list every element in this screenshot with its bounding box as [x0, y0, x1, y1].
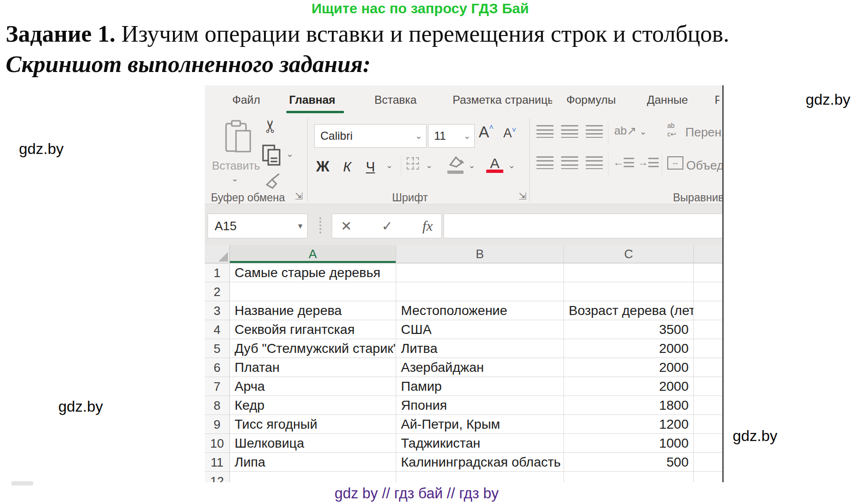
merge-center-label[interactable]: Объед [686, 158, 724, 173]
cell-c3[interactable]: Возраст дерева (лет) [564, 301, 694, 320]
cell-d11[interactable] [694, 453, 722, 472]
cell-a10[interactable]: Шелковица [230, 434, 396, 453]
cell-c7[interactable]: 2000 [564, 377, 694, 396]
bold-button[interactable]: Ж [316, 154, 329, 179]
tab-file[interactable]: Файл [232, 92, 270, 108]
cell-a6[interactable]: Платан [230, 358, 396, 377]
borders-button[interactable] [407, 157, 419, 171]
cell-a9[interactable]: Тисс ягодный [230, 415, 396, 434]
grow-font-button[interactable]: А˄ [479, 123, 493, 141]
merge-center-button[interactable]: ↔ [667, 156, 683, 170]
cell-d5[interactable] [694, 339, 722, 358]
column-header-b[interactable]: B [396, 245, 564, 263]
cell-a3[interactable]: Название дерева [230, 301, 396, 320]
font-color-chevron-down-icon[interactable]: ⌄ [508, 160, 515, 171]
row-header[interactable]: 3 [205, 301, 230, 320]
row-header[interactable]: 10 [205, 434, 230, 453]
format-painter-icon[interactable] [264, 172, 282, 192]
align-right-icon[interactable] [586, 156, 603, 171]
row-header[interactable]: 1 [205, 263, 230, 282]
cell-b12[interactable] [396, 472, 564, 482]
fill-chevron-down-icon[interactable]: ⌄ [468, 160, 475, 171]
tab-insert[interactable]: Вставка [374, 92, 427, 108]
increase-indent-icon[interactable]: → [638, 156, 659, 169]
select-all-corner[interactable] [205, 245, 230, 263]
paste-chevron-down-icon[interactable]: ⌄ [231, 173, 238, 184]
tab-review-partial[interactable]: Р [715, 92, 719, 108]
cell-b10[interactable]: Таджикистан [396, 434, 564, 453]
cell-b8[interactable]: Япония [396, 396, 564, 415]
row-header[interactable]: 12 [205, 472, 230, 482]
cell-b11[interactable]: Калининградская область [396, 453, 564, 472]
cell-a8[interactable]: Кедр [230, 396, 396, 415]
cell-b3[interactable]: Местоположение [396, 301, 564, 320]
column-header-c[interactable]: C [564, 245, 694, 263]
align-middle-icon[interactable] [561, 125, 578, 140]
cell-b5[interactable]: Литва [396, 339, 564, 358]
tab-formulas[interactable]: Формулы [566, 92, 623, 108]
cell-c6[interactable]: 2000 [564, 358, 694, 377]
cell-c10[interactable]: 1000 [564, 434, 694, 453]
cell-a12[interactable] [230, 472, 396, 482]
cell-c5[interactable]: 2000 [564, 339, 694, 358]
cell-c8[interactable]: 1800 [564, 396, 694, 415]
cell-d1[interactable] [694, 263, 722, 282]
cell-d7[interactable] [694, 377, 722, 396]
row-header[interactable]: 4 [205, 320, 230, 339]
cancel-icon[interactable]: ✕ [332, 218, 360, 234]
italic-button[interactable]: К [343, 154, 351, 179]
align-top-icon[interactable] [536, 125, 554, 140]
cell-b9[interactable]: Ай-Петри, Крым [396, 415, 564, 434]
borders-chevron-down-icon[interactable]: ⌄ [426, 160, 433, 171]
fill-color-button[interactable] [447, 155, 464, 174]
cell-c11[interactable]: 500 [564, 453, 694, 472]
copy-icon[interactable] [262, 144, 282, 169]
cell-d3[interactable] [694, 301, 722, 320]
cell-b1[interactable] [396, 263, 564, 282]
cell-a11[interactable]: Липа [230, 453, 396, 472]
cell-d4[interactable] [694, 320, 722, 339]
cell-a2[interactable] [230, 282, 396, 301]
cell-c1[interactable] [564, 263, 694, 282]
wrap-text-button[interactable]: abc↩ [667, 121, 676, 138]
insert-function-icon[interactable]: fx [414, 218, 441, 234]
cell-c4[interactable]: 3500 [564, 320, 694, 339]
cell-d8[interactable] [694, 396, 722, 415]
underline-button[interactable]: Ч [366, 154, 375, 179]
cell-b6[interactable]: Азербайджан [396, 358, 564, 377]
enter-icon[interactable]: ✓ [373, 218, 401, 234]
row-header[interactable]: 11 [205, 453, 230, 472]
dialog-launcher-icon[interactable]: ⇲ [295, 190, 303, 202]
row-header[interactable]: 8 [205, 396, 230, 415]
align-bottom-icon[interactable] [586, 125, 603, 140]
cell-a1[interactable]: Самые старые деревья [230, 263, 396, 282]
cell-b7[interactable]: Памир [396, 377, 564, 396]
decrease-indent-icon[interactable]: ← [613, 156, 634, 169]
cell-d9[interactable] [694, 415, 722, 434]
align-center-icon[interactable] [561, 156, 578, 171]
font-name-select[interactable]: Calibri ⌄ [314, 124, 427, 148]
name-box[interactable]: A15 ▾ [208, 214, 308, 238]
align-left-icon[interactable] [536, 156, 554, 171]
cell-d12[interactable] [694, 472, 722, 482]
cell-d2[interactable] [694, 282, 722, 301]
row-header[interactable]: 6 [205, 358, 230, 377]
tab-home[interactable]: Главная [289, 92, 346, 108]
row-header[interactable]: 5 [205, 339, 230, 358]
shrink-font-button[interactable]: А˅ [503, 126, 516, 141]
cell-a4[interactable]: Секвойя гигантская [230, 320, 396, 339]
column-header-a[interactable]: A [230, 245, 396, 263]
font-color-button[interactable]: А [486, 155, 503, 173]
cell-b2[interactable] [396, 282, 564, 301]
cell-d10[interactable] [694, 434, 722, 453]
row-header[interactable]: 2 [205, 282, 230, 301]
cell-a5[interactable]: Дуб "Стелмужский старик" [230, 339, 396, 358]
underline-chevron-down-icon[interactable]: ⌄ [386, 160, 393, 171]
row-header[interactable]: 7 [205, 377, 230, 396]
cell-c12[interactable] [564, 472, 694, 482]
cell-d6[interactable] [694, 358, 722, 377]
formula-input[interactable] [444, 214, 723, 238]
name-box-dropdown-icon[interactable]: ▾ [298, 221, 307, 231]
drag-handle[interactable] [319, 217, 321, 234]
wrap-text-label[interactable]: Перен [685, 125, 721, 140]
